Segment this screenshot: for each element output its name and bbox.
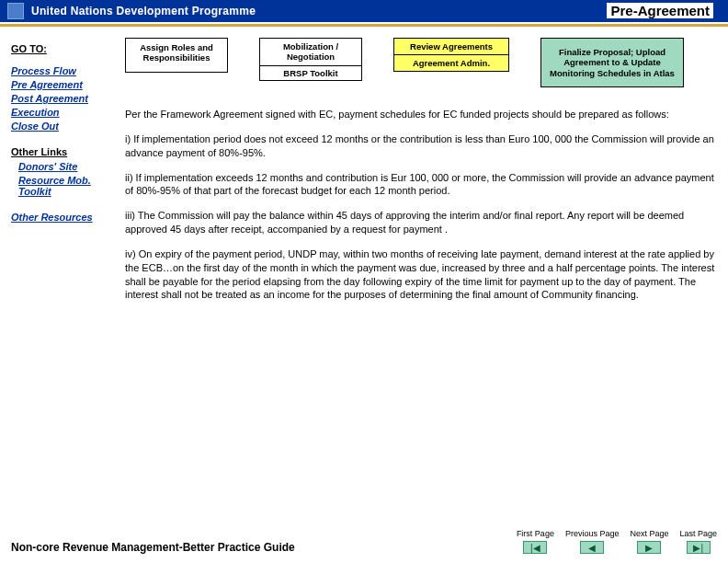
link-other-resources[interactable]: Other Resources [11,212,121,223]
para-ii: ii) If implementation exceeds 12 months … [125,171,717,199]
flow-box-mobilization-bot: BRSP Toolkit [259,65,362,81]
last-page-label: Last Page [679,530,717,539]
flow-box-review-bot: Agreement Admin. [394,54,508,71]
header: United Nations Development Programme Pre… [0,0,728,22]
para-iii: iii) The Commission will pay the balance… [125,209,717,236]
flow-box-finalize[interactable]: Finalize Proposal; Upload Agreement to &… [540,38,684,87]
nav-buttons: First Page |◀ Previous Page ◀ Next Page … [517,530,717,554]
nav-pre-agreement[interactable]: Pre Agreement [11,79,121,90]
flow-diagram: Assign Roles and Responsibilities Mobili… [125,38,717,87]
flow-box-mobilization-top: Mobilization / Negotiation [259,38,362,65]
sidebar: GO TO: Process Flow Pre Agreement Post A… [11,38,121,313]
previous-page-button[interactable]: Previous Page ◀ [565,530,620,554]
link-resource-mob-toolkit[interactable]: Resource Mob. Toolkit [18,175,121,197]
previous-page-label: Previous Page [565,530,620,539]
flow-box-review[interactable]: Review Agreements Agreement Admin. [393,38,509,72]
body-text: Per the Framework Agreement signed with … [125,108,717,302]
next-page-label: Next Page [630,530,668,539]
undp-logo [7,3,24,19]
other-links-label: Other Links [11,146,121,157]
nav-execution[interactable]: Execution [11,107,121,118]
para-i: i) If implementation period does not exc… [125,132,717,160]
goto-label: GO TO: [11,43,121,54]
first-page-icon: |◀ [523,541,547,554]
para-iv: iv) On expiry of the payment period, UND… [125,247,717,302]
nav-post-agreement[interactable]: Post Agreement [11,93,121,104]
link-donors-site[interactable]: Donors' Site [18,161,121,172]
org-name: United Nations Development Programme [31,5,256,17]
flow-box-mobilization[interactable]: Mobilization / Negotiation BRSP Toolkit [259,38,362,81]
flow-box-roles[interactable]: Assign Roles and Responsibilities [125,38,228,73]
nav-close-out[interactable]: Close Out [11,121,121,132]
previous-page-icon: ◀ [580,541,604,554]
footer: First Page |◀ Previous Page ◀ Next Page … [11,541,717,554]
page-title: Pre-Agreement [607,3,713,18]
flow-box-review-top: Review Agreements [394,39,508,54]
first-page-label: First Page [517,530,554,539]
content: Assign Roles and Responsibilities Mobili… [121,38,717,313]
last-page-button[interactable]: Last Page ▶| [679,530,717,554]
next-page-button[interactable]: Next Page ▶ [630,530,668,554]
next-page-icon: ▶ [637,541,661,554]
last-page-icon: ▶| [687,541,711,554]
nav-process-flow[interactable]: Process Flow [11,65,121,76]
intro-para: Per the Framework Agreement signed with … [125,108,717,121]
first-page-button[interactable]: First Page |◀ [517,530,554,554]
